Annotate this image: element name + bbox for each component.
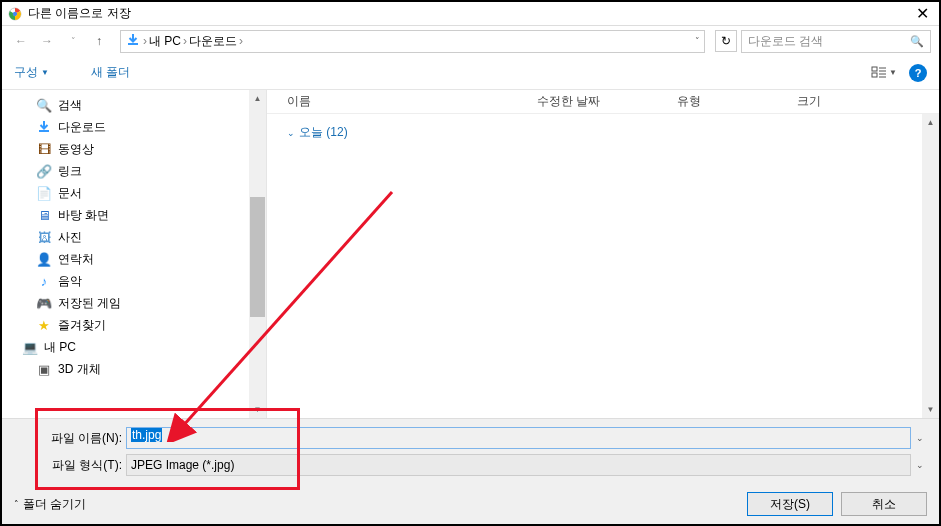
- scroll-thumb[interactable]: [250, 197, 265, 317]
- recent-dropdown-icon[interactable]: ˅: [62, 30, 84, 52]
- breadcrumb-downloads[interactable]: 다운로드: [189, 33, 237, 50]
- sidebar-item-favorites[interactable]: ★즐겨찾기: [36, 314, 266, 336]
- contacts-icon: 👤: [36, 251, 52, 267]
- chevron-up-icon: ˄: [14, 499, 19, 509]
- refresh-button[interactable]: ↻: [715, 30, 737, 52]
- sidebar-item-music[interactable]: ♪음악: [36, 270, 266, 292]
- pc-icon: 💻: [22, 339, 38, 355]
- chevron-right-icon: ›: [239, 34, 243, 48]
- col-size[interactable]: 크기: [797, 93, 857, 110]
- sidebar-item-3dobjects[interactable]: ▣3D 개체: [36, 358, 266, 380]
- filetype-label: 파일 형식(T):: [42, 457, 122, 474]
- sidebar-item-thispc[interactable]: 💻내 PC: [22, 336, 266, 358]
- filename-label: 파일 이름(N):: [42, 430, 122, 447]
- chevron-down-icon[interactable]: ˅: [695, 36, 700, 46]
- chevron-down-icon: ⌄: [287, 128, 295, 138]
- scroll-down-icon[interactable]: ▼: [249, 401, 266, 418]
- main-area: 🔍검색 다운로드 🎞동영상 🔗링크 📄문서 🖥바탕 화면 🖼사진 👤연락처 ♪음…: [2, 90, 939, 418]
- nav-row: ← → ˅ ↑ › 내 PC › 다운로드 › ˅ ↻ 다운로드 검색 🔍: [2, 26, 939, 56]
- tree-scrollbar[interactable]: ▲ ▼: [249, 90, 266, 418]
- hide-folders-button[interactable]: ˄ 폴더 숨기기: [14, 496, 86, 513]
- chevron-down-icon: ▼: [41, 68, 49, 77]
- scroll-up-icon[interactable]: ▲: [922, 114, 939, 131]
- sidebar-item-savedgames[interactable]: 🎮저장된 게임: [36, 292, 266, 314]
- sidebar-item-pictures[interactable]: 🖼사진: [36, 226, 266, 248]
- organize-button[interactable]: 구성 ▼: [14, 64, 49, 81]
- video-icon: 🎞: [36, 141, 52, 157]
- scroll-down-icon[interactable]: ▼: [922, 401, 939, 418]
- chevron-right-icon: ›: [183, 34, 187, 48]
- search-icon: 🔍: [36, 97, 52, 113]
- filename-dropdown-icon[interactable]: ⌄: [911, 433, 929, 443]
- sidebar-item-videos[interactable]: 🎞동영상: [36, 138, 266, 160]
- download-icon: [36, 119, 52, 135]
- search-input[interactable]: 다운로드 검색 🔍: [741, 30, 931, 53]
- sidebar-item-desktop[interactable]: 🖥바탕 화면: [36, 204, 266, 226]
- filetype-dropdown-icon[interactable]: ⌄: [911, 460, 929, 470]
- title-bar: 다른 이름으로 저장 ✕: [2, 2, 939, 26]
- downloads-folder-icon: [125, 32, 141, 51]
- file-list-area: 이름 수정한 날짜 유형 크기 ⌄ 오늘 (12) ▲ ▼: [267, 90, 939, 418]
- savedgames-icon: 🎮: [36, 295, 52, 311]
- group-today[interactable]: ⌄ 오늘 (12): [267, 114, 939, 151]
- search-placeholder: 다운로드 검색: [748, 33, 823, 50]
- footer: ˄ 폴더 숨기기 저장(S) 취소: [2, 484, 939, 524]
- sidebar-item-documents[interactable]: 📄문서: [36, 182, 266, 204]
- new-folder-button[interactable]: 새 폴더: [91, 64, 130, 81]
- breadcrumb[interactable]: › 내 PC › 다운로드 › ˅: [120, 30, 705, 53]
- filetype-value: JPEG Image (*.jpg): [131, 458, 234, 472]
- svg-rect-2: [128, 43, 138, 45]
- help-button[interactable]: ?: [909, 64, 927, 82]
- chevron-right-icon: ›: [143, 34, 147, 48]
- search-icon: 🔍: [910, 35, 924, 48]
- back-icon[interactable]: ←: [10, 30, 32, 52]
- folder-tree: 🔍검색 다운로드 🎞동영상 🔗링크 📄문서 🖥바탕 화면 🖼사진 👤연락처 ♪음…: [2, 90, 267, 418]
- link-icon: 🔗: [36, 163, 52, 179]
- view-options-button[interactable]: ▼: [865, 63, 903, 83]
- picture-icon: 🖼: [36, 229, 52, 245]
- window-title: 다른 이름으로 저장: [28, 5, 131, 22]
- music-icon: ♪: [36, 273, 52, 289]
- up-icon[interactable]: ↑: [88, 30, 110, 52]
- desktop-icon: 🖥: [36, 207, 52, 223]
- content-scrollbar[interactable]: ▲ ▼: [922, 114, 939, 418]
- toolbar: 구성 ▼ 새 폴더 ▼ ?: [2, 56, 939, 90]
- sidebar-item-contacts[interactable]: 👤연락처: [36, 248, 266, 270]
- filename-value: th.jpg: [131, 428, 162, 442]
- threed-icon: ▣: [36, 361, 52, 377]
- scroll-up-icon[interactable]: ▲: [249, 90, 266, 107]
- column-headers: 이름 수정한 날짜 유형 크기: [267, 90, 939, 114]
- forward-icon[interactable]: →: [36, 30, 58, 52]
- document-icon: 📄: [36, 185, 52, 201]
- save-fields: 파일 이름(N): th.jpg ⌄ 파일 형식(T): JPEG Image …: [2, 418, 939, 484]
- svg-rect-4: [872, 73, 877, 77]
- svg-rect-9: [39, 130, 49, 132]
- favorites-icon: ★: [36, 317, 52, 333]
- filetype-select[interactable]: JPEG Image (*.jpg): [126, 454, 911, 476]
- save-button[interactable]: 저장(S): [747, 492, 833, 516]
- sidebar-item-downloads[interactable]: 다운로드: [36, 116, 266, 138]
- app-icon: [8, 7, 22, 21]
- col-name[interactable]: 이름: [287, 93, 537, 110]
- breadcrumb-pc[interactable]: 내 PC: [149, 33, 181, 50]
- col-type[interactable]: 유형: [677, 93, 797, 110]
- sidebar-item-search[interactable]: 🔍검색: [36, 94, 266, 116]
- col-date[interactable]: 수정한 날짜: [537, 93, 677, 110]
- close-icon[interactable]: ✕: [912, 4, 933, 23]
- cancel-button[interactable]: 취소: [841, 492, 927, 516]
- svg-rect-3: [872, 67, 877, 71]
- sidebar-item-links[interactable]: 🔗링크: [36, 160, 266, 182]
- filename-input[interactable]: th.jpg: [126, 427, 911, 449]
